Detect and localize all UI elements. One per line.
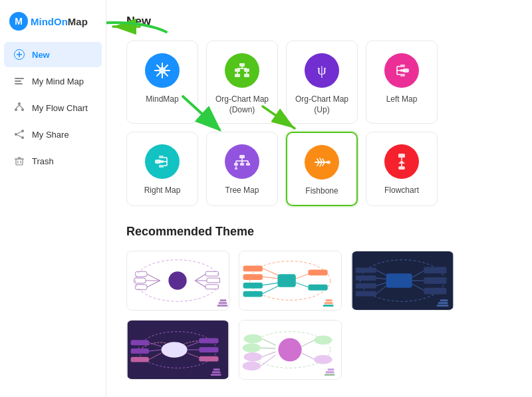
svg-rect-118 [323,305,334,307]
new-section-title: New [126,15,512,29]
template-card-flowchart[interactable]: Flowchart [366,132,438,206]
svg-line-14 [17,132,21,134]
svg-point-77 [327,161,331,164]
svg-rect-129 [386,273,412,288]
svg-rect-143 [131,357,149,362]
svg-rect-38 [235,74,240,77]
treemap-label: Tree Map [225,186,259,196]
theme-card-3[interactable] [351,251,454,311]
svg-line-9 [16,105,19,108]
svg-marker-80 [398,160,405,164]
svg-rect-56 [159,156,164,158]
theme-preview-3 [352,251,454,310]
theme-card-1[interactable] [126,251,229,311]
svg-rect-3 [15,78,24,79]
theme-preview-2 [239,251,341,310]
theme-card-4[interactable] [126,320,229,380]
template-card-rightmap[interactable]: Right Map [126,132,198,206]
mindmap-label: MindMap [146,94,178,105]
myflowchart-icon [13,102,25,114]
sidebar-item-new[interactable]: New [4,42,102,67]
template-card-mindmap[interactable]: MindMap [126,41,198,124]
svg-line-27 [157,65,160,68]
svg-rect-152 [199,347,218,352]
logo-text: MindOnMap [31,16,88,27]
svg-rect-172 [328,368,334,370]
trash-icon [13,155,25,167]
svg-point-12 [15,133,17,136]
svg-rect-174 [325,374,335,376]
template-card-orgup[interactable]: ψ Org-Chart Map (Up) [286,41,358,124]
svg-point-171 [314,355,332,364]
svg-point-160 [243,343,261,352]
svg-line-30 [157,73,160,76]
sidebar-item-trash-label: Trash [32,156,54,166]
mymindmap-icon [13,75,25,87]
theme-card-2[interactable] [239,251,342,311]
myshare-icon [13,128,25,140]
leftmap-icon [384,53,419,88]
svg-rect-99 [219,302,227,304]
svg-rect-124 [356,291,376,296]
template-card-fishbone[interactable]: Fishbone [286,132,358,206]
svg-point-8 [21,108,24,111]
sidebar-item-mymindmap[interactable]: My Mind Map [4,68,102,94]
svg-rect-135 [424,288,446,295]
svg-rect-156 [211,374,221,376]
svg-line-10 [19,105,23,108]
orgdown-label: Org-Chart Map (Down) [215,94,269,115]
svg-rect-123 [356,283,376,289]
svg-rect-154 [213,368,220,370]
sidebar-item-myflowchart[interactable]: My Flow Chart [4,95,102,120]
svg-rect-133 [424,267,446,273]
flowchart-icon [384,144,419,179]
orgdown-icon [225,53,259,88]
template-grid: MindMap Org-Chart Map (Down) [126,41,512,206]
svg-rect-105 [243,283,263,289]
svg-rect-141 [131,340,149,345]
sidebar-item-myshare[interactable]: My Share [4,122,102,147]
recommended-theme-title: Recommended Theme [126,225,512,239]
template-card-orgdown[interactable]: Org-Chart Map (Down) [206,41,278,124]
svg-text:ψ: ψ [317,61,327,78]
flowchart-label: Flowchart [384,186,419,196]
svg-line-28 [165,73,168,76]
svg-point-6 [18,102,21,105]
theme-preview-1 [127,251,229,310]
template-card-leftmap[interactable]: Left Map [366,41,438,124]
svg-rect-47 [400,65,405,67]
theme-preview-4 [127,321,229,379]
template-card-treemap[interactable]: Tree Map [206,132,278,206]
svg-point-91 [168,271,186,289]
treemap-icon [225,144,259,179]
sidebar-item-new-label: New [32,50,50,60]
logo-icon: M [9,12,28,31]
svg-rect-111 [277,274,295,287]
svg-point-147 [162,342,188,357]
rightmap-icon [145,144,180,179]
svg-rect-59 [239,155,245,158]
sidebar-item-mymindmap-label: My Mind Map [32,76,84,86]
svg-rect-35 [244,68,249,72]
sidebar-item-myflowchart-label: My Flow Chart [32,103,88,113]
leftmap-label: Left Map [386,94,418,105]
svg-rect-136 [440,299,448,301]
svg-rect-114 [308,269,327,275]
svg-rect-65 [234,163,238,166]
theme-card-5[interactable] [239,320,342,380]
svg-rect-117 [325,302,333,304]
orgup-icon: ψ [305,53,339,88]
svg-point-170 [314,335,332,344]
svg-rect-121 [356,267,376,273]
svg-rect-98 [220,299,227,301]
svg-rect-138 [437,305,449,307]
svg-line-29 [165,65,168,68]
svg-rect-134 [424,277,446,284]
svg-rect-116 [326,299,332,301]
svg-point-161 [244,352,262,362]
svg-rect-4 [15,80,21,82]
svg-rect-100 [217,305,228,307]
svg-line-15 [17,135,21,137]
svg-rect-67 [246,163,250,166]
sidebar-item-trash[interactable]: Trash [4,148,102,174]
